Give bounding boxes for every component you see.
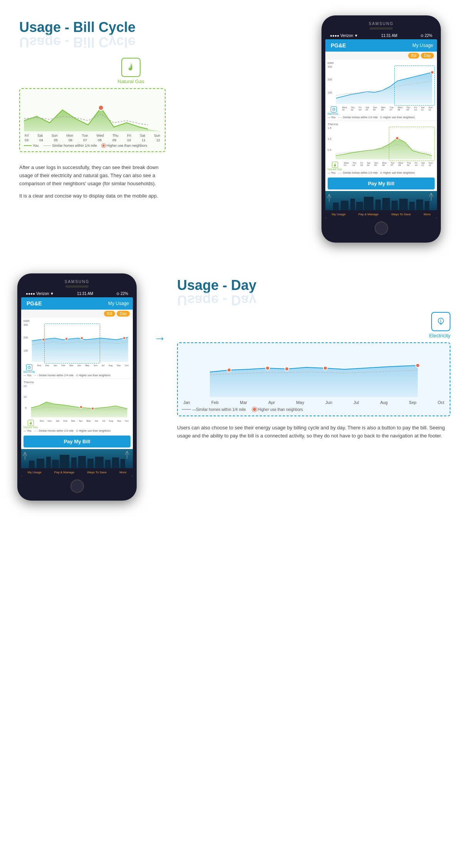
home-button-2[interactable] <box>70 479 84 493</box>
footer-ways-save-2[interactable]: Ways To Save <box>87 471 107 474</box>
svg-rect-14 <box>399 199 408 210</box>
day-toggle[interactable]: Day <box>421 53 434 59</box>
svg-rect-41 <box>95 457 104 468</box>
home-button-1[interactable] <box>375 221 388 235</box>
gas-chart-svg-2 <box>28 385 131 417</box>
my-usage-1: My Usage <box>412 43 433 48</box>
footer-pay-manage-1[interactable]: Pay & Manage <box>358 213 378 216</box>
status-bar-1: ●●●● Verizon ▼ 11:31 AM ⊙ 22% <box>325 32 437 39</box>
mini-chart-highlight: Fri Sat Sun Mon Tue Wed Thu Fri Sat Sun … <box>19 88 166 152</box>
pge-logo-2: PG&E <box>25 300 44 307</box>
svg-point-28 <box>123 337 126 340</box>
elec-icon-box <box>431 312 450 331</box>
chart-x-labels-top: Fri Sat Sun Mon Tue Wed Thu Fri Sat Sun <box>24 134 161 137</box>
phone-screen-1: PG&E My Usage Bill Day kWh 300 200 <box>325 39 437 218</box>
pay-bill-btn-1[interactable]: Pay My Bill <box>328 178 435 189</box>
bill-toggle-2[interactable]: Bill <box>104 311 115 317</box>
svg-point-27 <box>80 337 83 340</box>
footer-ways-save-1[interactable]: Ways To Save <box>391 213 411 216</box>
svg-rect-42 <box>105 460 110 468</box>
svg-rect-38 <box>71 457 77 468</box>
svg-point-57 <box>416 364 420 367</box>
kwh-label-1: kWh <box>328 61 435 65</box>
elec-icon-area: Electricity <box>177 312 450 338</box>
flame-icon-box <box>121 58 141 77</box>
gas-icon-small-2 <box>29 421 33 425</box>
svg-point-5 <box>395 137 398 140</box>
city-svg-1 <box>325 191 437 210</box>
svg-point-55 <box>285 367 289 371</box>
phone-outer-2: SAMSUNG ●●●● Verizon ▼ 11:31 AM ⊙ 22% PG… <box>17 273 137 501</box>
elec-icon-small-1 <box>332 107 336 111</box>
svg-rect-39 <box>78 456 86 468</box>
left-panel: Usage - Bill Cycle Usage - Bill Cycle Na… <box>19 15 166 200</box>
svg-point-31 <box>80 406 82 409</box>
svg-line-50 <box>127 451 129 455</box>
arrow-icon: → <box>154 331 166 345</box>
legend-similar-bottom: —Similar homes within 1/4 mile <box>182 407 246 412</box>
bill-toggle[interactable]: Bill <box>408 53 419 59</box>
svg-rect-13 <box>392 201 398 210</box>
zoomed-chart: Jan Feb Mar Apr May Jun Jul Aug Sep Oct … <box>177 342 450 416</box>
svg-rect-7 <box>341 201 348 210</box>
footer-pay-manage-2[interactable]: Pay & Manage <box>54 471 74 474</box>
bulb-icon <box>435 316 446 327</box>
pay-bill-btn-2[interactable]: Pay My Bill <box>23 436 131 447</box>
gas-chart-section-1: Therms 1.5 1.0 0.5 <box>325 121 437 176</box>
svg-line-23 <box>431 193 433 197</box>
footer-my-usage-2[interactable]: My Usage <box>28 471 42 474</box>
legend-similar: Similar homes within 1/4 mile <box>43 144 97 147</box>
svg-rect-10 <box>364 197 373 210</box>
bottom-right-panel: Usage - Day Usage - Day Electricity <box>177 273 450 440</box>
app-footer-1: My Usage Pay & Manage Ways To Save More <box>325 210 437 218</box>
svg-line-47 <box>25 452 27 456</box>
svg-rect-6 <box>333 203 339 210</box>
svg-rect-16 <box>416 199 423 210</box>
elec-chart-section-1: kWh 300 200 100 <box>325 60 437 121</box>
svg-rect-35 <box>46 457 51 468</box>
app-header-2: PG&E My Usage <box>21 297 133 310</box>
svg-rect-12 <box>382 198 390 210</box>
svg-line-46 <box>23 452 25 456</box>
svg-point-53 <box>227 368 231 372</box>
elec-chart-svg-1 <box>333 65 435 104</box>
day-toggle-2[interactable]: Day <box>117 311 130 317</box>
footer-my-usage-1[interactable]: My Usage <box>332 213 346 216</box>
svg-rect-36 <box>52 460 59 468</box>
svg-point-26 <box>65 338 68 340</box>
therms-label-1: Therms <box>328 122 435 126</box>
kwh-label-2: kWh <box>23 319 131 323</box>
page-title: Usage - Bill Cycle <box>19 19 166 35</box>
svg-marker-4 <box>335 138 432 159</box>
page-title-2: Usage - Day <box>177 277 450 293</box>
pge-logo-1: PG&E <box>329 42 348 49</box>
natural-gas-label: Natural Gas <box>117 79 144 84</box>
legend-higher: Higher use than neighbors <box>102 144 147 147</box>
legend-higher-bottom: Higher use than neighbors <box>252 407 303 412</box>
phone-brand-1: SAMSUNG <box>325 22 437 26</box>
footer-more-2[interactable]: More <box>119 471 126 474</box>
svg-line-22 <box>429 193 431 197</box>
zoomed-chart-svg <box>182 347 446 397</box>
app-footer-2: My Usage Pay & Manage Ways To Save More <box>21 468 133 476</box>
svg-rect-8 <box>350 199 355 210</box>
gas-icon-label-2: Natural Gas <box>23 426 38 429</box>
phone-brand-2: SAMSUNG <box>21 280 133 284</box>
gas-icon-small-1 <box>333 163 337 167</box>
svg-line-49 <box>125 451 127 455</box>
svg-rect-17 <box>425 201 429 210</box>
svg-marker-30 <box>31 402 127 417</box>
svg-rect-15 <box>409 202 415 210</box>
therms-label-2: Therms <box>23 380 131 384</box>
bottom-section: SAMSUNG ●●●● Verizon ▼ 11:31 AM ⊙ 22% PG… <box>0 266 462 516</box>
top-section: Usage - Bill Cycle Usage - Bill Cycle Na… <box>0 0 462 258</box>
elec-label-right: Electricity <box>429 333 450 338</box>
gas-chart-svg-1 <box>333 127 435 159</box>
city-svg-2 <box>21 449 133 468</box>
svg-rect-43 <box>112 457 119 468</box>
footer-more-1[interactable]: More <box>424 213 430 216</box>
elec-chart-section-2: kWh 300 200 100 <box>21 318 133 379</box>
svg-marker-24 <box>32 337 128 362</box>
elec-icon-label-2: Electricity <box>23 370 35 373</box>
flame-icon <box>126 62 136 73</box>
